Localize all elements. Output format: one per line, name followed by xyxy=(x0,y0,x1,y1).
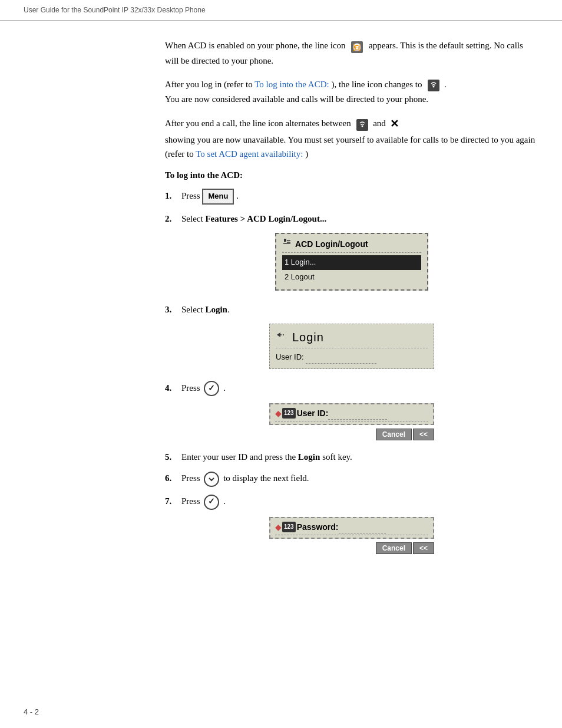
header-text: User Guide for the SoundPoint IP 32x/33x… xyxy=(24,6,206,14)
line-icon-available xyxy=(426,78,440,92)
acd-menu-item-logout[interactable]: 2 Logout xyxy=(282,270,421,285)
cancel-button-1[interactable]: Cancel xyxy=(376,429,412,440)
paragraph-2: After you log in (refer to To log into t… xyxy=(165,77,538,107)
menu-key: Menu xyxy=(202,189,234,205)
link-log-into-acd[interactable]: To log into the ACD: xyxy=(254,80,329,89)
link-set-availability[interactable]: To set ACD agent availability: xyxy=(196,149,303,159)
password-screen-step: ◆ 123 Password: Cancel << xyxy=(165,517,538,554)
login-softkey-label: Login xyxy=(298,452,320,462)
acd-screen-step: ACD Login/Logout 1 Login... 2 Logout xyxy=(165,233,538,291)
svg-rect-6 xyxy=(356,119,368,131)
login-title: Login xyxy=(276,328,428,348)
uid-123-label: 123 xyxy=(282,408,296,419)
step-2: 2. Select Features > ACD Login/Logout... xyxy=(165,212,538,226)
acd-menu-screen: ACD Login/Logout 1 Login... 2 Logout xyxy=(275,233,428,291)
svg-point-5 xyxy=(433,86,435,88)
login-screen-step: Login User ID: xyxy=(165,324,538,369)
step-4: 4. Press ✓ . xyxy=(165,381,538,397)
userid-input-screen: ◆ 123 User ID: xyxy=(269,403,434,425)
pwd-diamond-icon: ◆ xyxy=(275,521,282,533)
x-icon: ✕ xyxy=(390,116,399,133)
back-button-2[interactable]: << xyxy=(413,542,434,554)
uid-diamond-icon: ◆ xyxy=(275,407,282,420)
section-heading: To log into the ACD: xyxy=(165,170,538,180)
acd-menu-title: ACD Login/Logout xyxy=(282,238,421,253)
page-number: 4 - 2 xyxy=(24,707,39,716)
phone-icon xyxy=(282,238,292,251)
step-2-instruction: Features > ACD Login/Logout... xyxy=(205,214,326,223)
uid-row: ◆ 123 User ID: xyxy=(275,407,428,421)
check-button-2[interactable]: ✓ xyxy=(204,495,219,510)
svg-rect-4 xyxy=(428,80,439,91)
pwd-123-label: 123 xyxy=(282,522,296,532)
line-icon-unavailable: 📶 xyxy=(349,39,365,54)
page-footer: 4 - 2 xyxy=(24,707,39,716)
password-input-screen: ◆ 123 Password: xyxy=(269,517,434,539)
page-header: User Guide for the SoundPoint IP 32x/33x… xyxy=(0,0,562,21)
cancel-button-2[interactable]: Cancel xyxy=(376,542,412,554)
paragraph-3: After you end a call, the line icon alte… xyxy=(165,116,538,161)
paragraph-1: When ACD is enabled on your phone, the l… xyxy=(165,38,538,68)
step-7: 7. Press ✓ . xyxy=(165,494,538,510)
check-button[interactable]: ✓ xyxy=(204,381,219,396)
softkey-bar-2: Cancel << xyxy=(269,542,434,554)
svg-point-3 xyxy=(356,47,358,49)
step-3: 3. Select Login. xyxy=(165,302,538,317)
userid-input-screen-step: ◆ 123 User ID: Cancel << xyxy=(165,403,538,440)
step-1: 1. Press Menu . xyxy=(165,189,538,205)
step-list: 1. Press Menu . 2. Select Features > ACD… xyxy=(165,189,538,554)
login-userid-field: User ID: xyxy=(276,351,428,364)
main-content: When ACD is enabled on your phone, the l… xyxy=(0,21,562,587)
softkey-bar-1: Cancel << xyxy=(269,429,434,440)
svg-point-7 xyxy=(362,125,363,127)
step-6: 6. Press to display the next field. xyxy=(165,471,538,487)
down-button[interactable] xyxy=(204,472,219,487)
acd-menu-item-login[interactable]: 1 Login... xyxy=(282,255,421,270)
pwd-row: ◆ 123 Password: xyxy=(275,521,428,535)
login-screen: Login User ID: xyxy=(269,324,434,369)
step-3-instruction: Login xyxy=(205,305,227,314)
back-button-1[interactable]: << xyxy=(413,429,434,440)
line-icon-alt1 xyxy=(355,117,369,131)
step-5: 5. Enter your user ID and press the Logi… xyxy=(165,450,538,464)
